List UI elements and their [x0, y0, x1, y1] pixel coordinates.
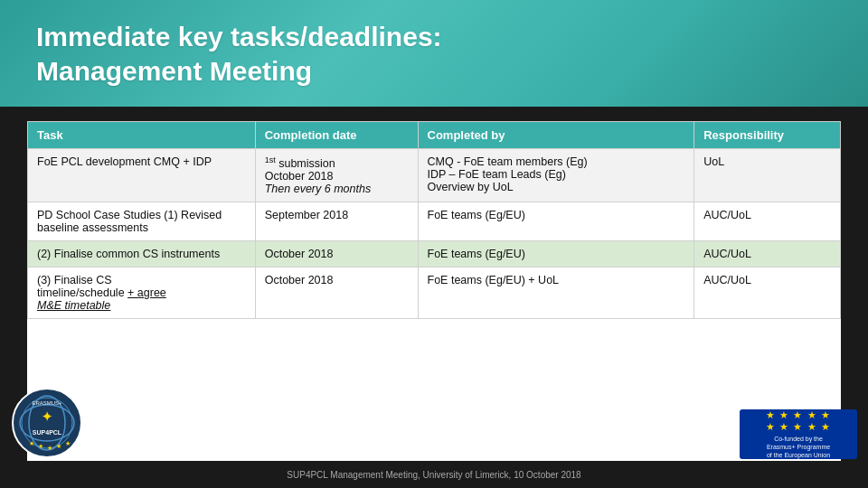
- eu-stars: ★ ★ ★ ★ ★: [766, 409, 830, 421]
- slide-footer: SUP4PCL Management Meeting, University o…: [27, 461, 841, 488]
- cell-task: FoE PCL development CMQ + IDP: [28, 149, 256, 202]
- cell-responsibility: AUC/UoL: [694, 267, 841, 319]
- cell-completed-by: FoE teams (Eg/EU) + UoL: [418, 267, 694, 319]
- svg-text:★: ★: [29, 440, 34, 446]
- table-row: (3) Finalise CStimeline/schedule + agree…: [28, 267, 841, 319]
- svg-text:★: ★: [38, 443, 43, 449]
- col-header-completed: Completed by: [418, 122, 694, 149]
- cell-date: October 2018: [255, 241, 418, 267]
- table-header-row: Task Completion date Completed by Respon…: [28, 122, 841, 149]
- cell-completed-by: FoE teams (Eg/EU): [418, 202, 694, 241]
- content-area: Task Completion date Completed by Respon…: [0, 107, 868, 488]
- cell-task: (3) Finalise CStimeline/schedule + agree…: [28, 267, 256, 319]
- eu-logo-text: Co-funded by theErasmus+ Programmeof the…: [767, 435, 830, 459]
- cell-responsibility: UoL: [694, 149, 841, 202]
- cell-responsibility: AUC/UoL: [694, 202, 841, 241]
- cell-completed-by: FoE teams (Eg/EU): [418, 241, 694, 267]
- cell-task: PD School Case Studies (1) Revised basel…: [28, 202, 256, 241]
- sup4pcl-logo: ✦ ★ ★ ★ ★ ★ SUP4PCL ERASMUS+: [11, 387, 83, 459]
- svg-text:✦: ✦: [42, 409, 52, 424]
- tasks-table-container: Task Completion date Completed by Respon…: [27, 121, 841, 461]
- header-banner: Immediate key tasks/deadlines: Managemen…: [0, 0, 868, 107]
- table-row: (2) Finalise common CS instrumentsOctobe…: [28, 241, 841, 267]
- cell-task: (2) Finalise common CS instruments: [28, 241, 256, 267]
- slide: Immediate key tasks/deadlines: Managemen…: [0, 0, 868, 488]
- cell-date: September 2018: [255, 202, 418, 241]
- svg-text:ERASMUS+: ERASMUS+: [32, 400, 62, 406]
- col-header-date: Completion date: [255, 122, 418, 149]
- svg-text:SUP4PCL: SUP4PCL: [33, 429, 62, 436]
- slide-title: Immediate key tasks/deadlines: Managemen…: [36, 20, 832, 88]
- cell-date: October 2018: [255, 267, 418, 319]
- col-header-task: Task: [28, 122, 256, 149]
- eu-logo: ★ ★ ★ ★ ★ ★ ★ ★ ★ ★ Co-funded by theEras…: [740, 409, 857, 459]
- footer-text: SUP4PCL Management Meeting, University o…: [287, 470, 580, 480]
- col-header-responsibility: Responsibility: [694, 122, 841, 149]
- eu-stars-2: ★ ★ ★ ★ ★: [766, 421, 830, 433]
- tasks-table: Task Completion date Completed by Respon…: [27, 121, 841, 319]
- cell-responsibility: AUC/UoL: [694, 241, 841, 267]
- cell-date: 1st submissionOctober 2018Then every 6 m…: [255, 149, 418, 202]
- cell-completed-by: CMQ - FoE team members (Eg)IDP – FoE tea…: [418, 149, 694, 202]
- table-row: FoE PCL development CMQ + IDP1st submiss…: [28, 149, 841, 202]
- table-row: PD School Case Studies (1) Revised basel…: [28, 202, 841, 241]
- svg-text:★: ★: [65, 440, 71, 446]
- sup4pcl-logo-svg: ✦ ★ ★ ★ ★ ★ SUP4PCL ERASMUS+: [11, 387, 83, 459]
- svg-text:★: ★: [47, 445, 52, 451]
- svg-text:★: ★: [56, 443, 61, 449]
